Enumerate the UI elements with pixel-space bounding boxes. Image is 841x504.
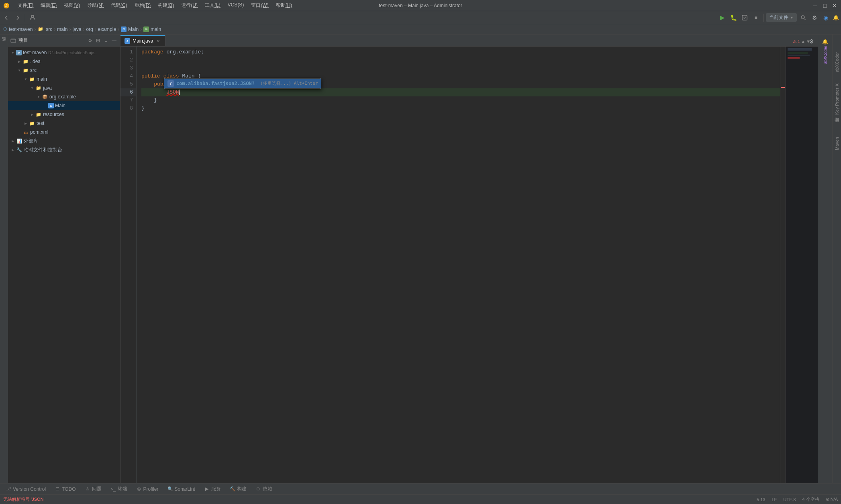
bottom-tab-sonarlint[interactable]: 🔍 SonarLint <box>163 484 199 494</box>
bottom-tab-build[interactable]: 🔨 构建 <box>226 484 251 494</box>
code-line-6: JSON <box>141 88 780 96</box>
menu-code[interactable]: 代码(C) <box>108 1 131 10</box>
abxcoder-icon[interactable]: abXCoder <box>820 49 831 60</box>
coverage-button[interactable] <box>740 13 749 22</box>
editor-content[interactable]: 1 2 3 4 5 6 7 8 package org.example; <box>120 47 818 483</box>
code-line-3 <box>141 64 780 72</box>
forward-navigation-icon[interactable] <box>13 13 22 22</box>
title-bar-left: J 文件(F) 编辑(E) 视图(V) 导航(N) 代码(C) 重构(R) 构建… <box>3 1 295 10</box>
tree-item-root[interactable]: ▼ M test-maven D:\IdeaProjects\IdeaProje… <box>8 48 120 57</box>
breadcrumb-java[interactable]: java <box>72 27 81 32</box>
gutter-error-mark <box>781 87 785 88</box>
tab-close-button[interactable]: ✕ <box>155 38 161 44</box>
autocomplete-popup[interactable]: ? com.alibaba.fastjson2.JSON? (多重选择...) … <box>164 78 321 89</box>
menu-file[interactable]: 文件(F) <box>14 1 37 10</box>
editor-tab-main-java[interactable]: J Main.java ✕ <box>120 35 165 46</box>
user-icon[interactable] <box>28 13 37 22</box>
right-tab-maven[interactable]: Maven <box>834 135 840 152</box>
breadcrumb-org[interactable]: org <box>86 27 93 32</box>
tree-item-src[interactable]: ▼ 📁 src <box>8 66 120 75</box>
status-error-message[interactable]: 无法解析符号 'JSON' <box>3 496 45 502</box>
code-area[interactable]: package org.example; public class Main {… <box>137 47 780 483</box>
menu-edit[interactable]: 编辑(E) <box>37 1 60 10</box>
tree-item-external-libs[interactable]: ▶ 📊 外部库 <box>8 137 120 145</box>
right-tab-key-promoter[interactable]: Key Promoter X <box>834 82 840 116</box>
menu-vcs[interactable]: VCS(S) <box>225 1 247 10</box>
editor-settings-icon[interactable]: ⚙ <box>806 37 816 46</box>
tree-item-main-folder[interactable]: ▼ 📁 main <box>8 75 120 84</box>
tree-item-idea[interactable]: ▶ 📁 .idea <box>8 57 120 66</box>
bottom-tab-profiler[interactable]: ◎ Profiler <box>132 484 163 494</box>
sonarlint-icon: 🔍 <box>167 486 173 492</box>
left-vertical-panel: 结构 书签 <box>0 35 8 483</box>
status-encoding[interactable]: UTF-8 <box>783 497 796 502</box>
tree-item-java-folder[interactable]: ▼ 📁 java <box>8 84 120 92</box>
bottom-tab-version-control[interactable]: ⎇ Version Control <box>2 484 50 494</box>
close-button[interactable]: ✕ <box>831 2 838 9</box>
panel-layout-icon[interactable]: ⊞ <box>94 37 102 44</box>
current-file-label: 当前文件 <box>769 14 788 21</box>
breadcrumb-main[interactable]: main <box>57 27 67 32</box>
menu-window[interactable]: 窗口(W) <box>248 1 271 10</box>
breadcrumb-Main-class[interactable]: C Main <box>121 27 139 32</box>
current-file-button[interactable]: 当前文件 ▼ <box>766 13 797 22</box>
back-navigation-icon[interactable] <box>2 13 11 22</box>
autocomplete-item-json[interactable]: ? com.alibaba.fastjson2.JSON? (多重选择...) … <box>164 79 321 88</box>
status-git[interactable]: ⊘ N/A <box>826 497 838 502</box>
right-tab-structure[interactable]: 结构辅助 <box>833 124 841 127</box>
menu-tools[interactable]: 工具(L) <box>202 1 224 10</box>
menu-build[interactable]: 构建(B) <box>155 1 177 10</box>
status-position-text: 5:13 <box>757 497 765 502</box>
bottom-tabs: ⎇ Version Control ☰ TODO ⚠ 问题 >_ 终端 ◎ Pr… <box>0 483 841 494</box>
run-button[interactable]: ▶ <box>717 13 727 22</box>
bottom-tab-problems[interactable]: ⚠ 问题 <box>81 484 106 494</box>
tree-item-test[interactable]: ▶ 📁 test <box>8 119 120 128</box>
line-num-4: 4 <box>120 72 136 80</box>
search-button[interactable] <box>798 13 808 22</box>
right-tab-abxcoder[interactable]: abXCoder <box>834 51 840 74</box>
breadcrumb-src[interactable]: 📁src <box>37 26 52 33</box>
tree-item-Main-class[interactable]: ▶ C Main <box>8 101 120 110</box>
folder-icon-src: 📁 <box>22 67 29 73</box>
panel-settings-icon[interactable]: ⚙ <box>86 37 94 44</box>
profiler-label: Profiler <box>143 486 159 492</box>
settings-button[interactable]: ⚙ <box>810 13 819 22</box>
maximize-button[interactable]: □ <box>822 2 828 9</box>
menu-help[interactable]: 帮助(H) <box>273 1 296 10</box>
breadcrumb-example[interactable]: example <box>98 27 116 32</box>
code-line-8: } <box>141 104 780 112</box>
bottom-tab-todo[interactable]: ☰ TODO <box>51 484 80 494</box>
menu-navigate[interactable]: 导航(N) <box>84 1 107 10</box>
bottom-tab-terminal[interactable]: >_ 终端 <box>106 484 131 494</box>
toolbar-sep-2 <box>763 14 763 22</box>
debug-button[interactable]: 🐛 <box>729 13 738 22</box>
menu-view[interactable]: 视图(V) <box>61 1 83 10</box>
panel-hide-icon[interactable]: — <box>110 37 118 44</box>
tree-item-pom-xml[interactable]: ▶ 𝐦 pom.xml <box>8 128 120 137</box>
right-gutter[interactable] <box>780 47 786 483</box>
tree-item-org-example[interactable]: ▼ 📦 org.example <box>8 92 120 101</box>
minimize-button[interactable]: ─ <box>812 2 819 9</box>
tree-item-resources[interactable]: ▶ 📁 resources <box>8 110 120 119</box>
terminal-icon: >_ <box>110 486 116 492</box>
menu-refactor[interactable]: 重构(R) <box>131 1 154 10</box>
status-line-ending[interactable]: LF <box>772 497 777 502</box>
breadcrumb-test-maven[interactable]: ⬡ test-maven <box>3 27 33 32</box>
right-tools: 🔔 abXCoder <box>818 35 832 483</box>
tree-item-scratches[interactable]: ▶ 🔧 临时文件和控制台 <box>8 145 120 154</box>
stop-button[interactable]: ■ <box>751 13 761 22</box>
menu-run[interactable]: 运行(U) <box>178 1 201 10</box>
breadcrumb-main-method[interactable]: m main <box>143 27 161 32</box>
notification-icon[interactable]: 🔔 <box>832 14 839 21</box>
panel-collapse-icon[interactable]: ⌄ <box>102 37 110 44</box>
code-line-1: package org.example; <box>141 48 780 56</box>
line-num-1: 1 <box>120 48 136 56</box>
bottom-tab-dependencies[interactable]: ⊙ 依赖 <box>251 484 276 494</box>
status-indent[interactable]: 4 个空格 <box>802 496 819 502</box>
todo-icon: ☰ <box>55 486 60 492</box>
project-tree: ▼ M test-maven D:\IdeaProjects\IdeaProje… <box>8 47 120 483</box>
profile-button[interactable]: ◉ <box>821 13 831 22</box>
package-icon: 📦 <box>42 94 48 100</box>
bottom-tab-services[interactable]: ▶ 服务 <box>200 484 225 494</box>
status-position[interactable]: 5:13 <box>757 497 765 502</box>
